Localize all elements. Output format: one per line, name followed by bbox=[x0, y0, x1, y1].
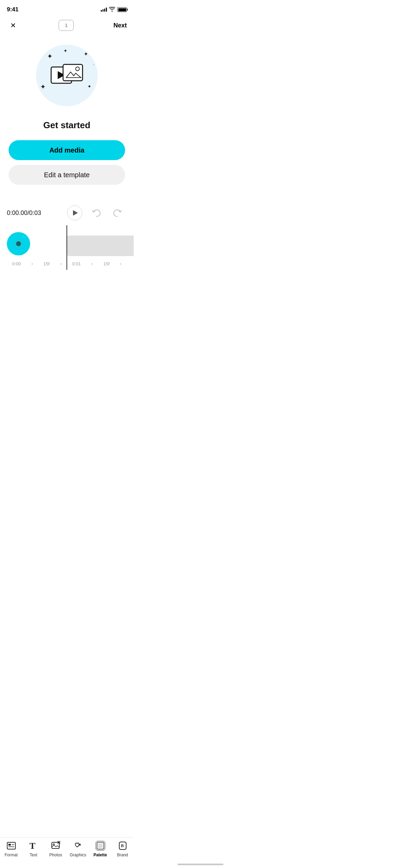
next-button[interactable]: Next bbox=[113, 22, 127, 29]
get-started-heading: Get started bbox=[43, 120, 90, 131]
ruler-label-15f-2: 15f bbox=[103, 261, 109, 266]
sparkle-icon-4: · bbox=[93, 62, 94, 67]
timeline-section: 0:00.00/0:03 bbox=[0, 205, 134, 270]
status-time: 9:41 bbox=[7, 6, 19, 13]
ruler-dot-4 bbox=[120, 263, 121, 265]
play-button[interactable] bbox=[67, 205, 82, 220]
signal-icon bbox=[101, 8, 107, 12]
playhead bbox=[66, 225, 67, 270]
wifi-icon bbox=[109, 7, 115, 13]
add-media-label: Add media bbox=[49, 146, 84, 154]
ruler-label-0: 0:00 bbox=[12, 261, 21, 266]
page-indicator: 1 bbox=[59, 20, 74, 31]
ruler-dot-3 bbox=[92, 263, 93, 265]
close-icon: ✕ bbox=[10, 21, 16, 29]
close-button[interactable]: ✕ bbox=[7, 19, 19, 32]
ruler-dot-2 bbox=[60, 263, 62, 265]
undo-button[interactable] bbox=[90, 207, 103, 219]
timeline-clip-indicator[interactable] bbox=[7, 232, 30, 255]
sparkle-icon-5: ✦ bbox=[40, 83, 46, 91]
timeline-track: 0:00 15f 0:01 15f bbox=[0, 225, 134, 270]
sparkle-icon-1: ✦ bbox=[47, 52, 53, 60]
sparkle-icon-2: ✦ bbox=[63, 48, 68, 53]
timeline-header: 0:00.00/0:03 bbox=[0, 205, 134, 220]
timeline-empty-track bbox=[67, 236, 134, 256]
ruler-dot-1 bbox=[32, 263, 33, 265]
ruler-label-15f-1: 15f bbox=[44, 261, 50, 266]
main-content: ✦ ✦ ✦ · ✦ ✦ Get started Add media Edit a… bbox=[0, 34, 134, 192]
media-icon-container: ✦ ✦ ✦ · ✦ ✦ bbox=[36, 45, 98, 106]
media-svg-icon bbox=[48, 60, 86, 91]
status-icons bbox=[101, 7, 127, 13]
header: ✕ 1 Next bbox=[0, 16, 134, 34]
sparkle-icon-3: ✦ bbox=[84, 51, 88, 57]
edit-template-label: Edit a template bbox=[44, 171, 89, 179]
status-bar: 9:41 bbox=[0, 0, 134, 16]
edit-template-button[interactable]: Edit a template bbox=[9, 165, 125, 185]
clip-handle bbox=[15, 241, 22, 247]
play-icon bbox=[73, 210, 78, 216]
ruler-label-1: 0:01 bbox=[72, 261, 81, 266]
sparkle-icon-6: ✦ bbox=[87, 84, 92, 89]
svg-rect-2 bbox=[63, 64, 83, 81]
add-media-button[interactable]: Add media bbox=[9, 140, 125, 160]
playback-controls bbox=[67, 205, 123, 220]
battery-icon bbox=[117, 7, 127, 12]
time-display: 0:00.00/0:03 bbox=[7, 209, 67, 217]
redo-button[interactable] bbox=[111, 207, 123, 219]
